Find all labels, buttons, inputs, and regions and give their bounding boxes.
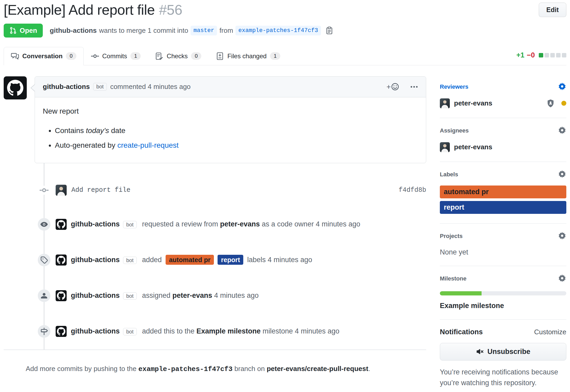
- diffstat-block: [539, 53, 543, 57]
- github-actions-avatar[interactable]: [4, 76, 27, 99]
- comment-list: Contains today’s date Auto-generated by …: [43, 125, 418, 151]
- commit-sha[interactable]: f4dfd8b: [399, 186, 426, 194]
- milestone-section: Milestone Example milestone: [440, 274, 566, 320]
- assignee-row: peter-evans: [440, 142, 566, 152]
- event-author[interactable]: github-actions: [71, 220, 120, 228]
- eye-icon: [38, 218, 50, 231]
- create-pull-request-link[interactable]: create-pull-request: [117, 141, 178, 149]
- merge-summary-text: wants to merge 1 commit into: [99, 27, 188, 35]
- notifications-note: You’re receiving notifications because y…: [440, 367, 566, 389]
- event-author[interactable]: github-actions: [71, 327, 120, 335]
- notifications-heading: Notifications Customize: [440, 328, 566, 336]
- sidebar: Reviewers peter-evans Assignees: [440, 76, 566, 392]
- timeline: Add report file f4dfd8b github-actionsbo…: [4, 163, 426, 349]
- label-pill[interactable]: automated pr: [440, 186, 566, 198]
- github-actions-avatar[interactable]: [56, 326, 67, 337]
- gear-icon[interactable]: [558, 232, 566, 240]
- event-author[interactable]: github-actions: [71, 256, 120, 264]
- pr-header: [Example] Add report file#56 Edit: [4, 1, 566, 19]
- pr-title-text: [Example] Add report file: [4, 2, 155, 18]
- reviewers-section: Reviewers peter-evans: [440, 83, 566, 118]
- file-diff-icon: [216, 52, 224, 60]
- kebab-menu-icon[interactable]: [410, 83, 418, 91]
- git-commit-icon: [37, 186, 51, 195]
- tab-checks[interactable]: Checks 0: [148, 47, 209, 65]
- additions-count: +1: [516, 51, 524, 59]
- peter-evans-avatar[interactable]: [440, 142, 450, 152]
- commit-message[interactable]: Add report file: [71, 186, 130, 194]
- footer-branch: example-patches-1f47cf3: [138, 365, 233, 373]
- customize-link[interactable]: Customize: [534, 328, 566, 336]
- tab-count: 1: [270, 52, 280, 60]
- reviewer-name[interactable]: peter-evans: [454, 99, 492, 107]
- bot-badge: bot: [123, 257, 137, 264]
- pr-number: #56: [159, 2, 182, 18]
- tab-label: Files changed: [227, 52, 266, 60]
- milestone-heading[interactable]: Milestone: [440, 274, 566, 283]
- gear-icon[interactable]: [558, 83, 566, 91]
- assignees-heading[interactable]: Assignees: [440, 126, 566, 135]
- labels-section: Labels automated pr report: [440, 170, 566, 224]
- bot-badge: bot: [123, 292, 137, 300]
- tab-count: 1: [130, 52, 141, 60]
- comment-header: github-actions bot commented 4 minutes a…: [35, 77, 426, 97]
- mute-icon: [476, 348, 484, 355]
- label-report[interactable]: report: [218, 255, 243, 265]
- gear-icon[interactable]: [558, 126, 566, 135]
- tab-conversation[interactable]: Conversation 0: [4, 47, 84, 65]
- label-pill[interactable]: report: [440, 201, 566, 214]
- tab-commits[interactable]: Commits 1: [84, 47, 148, 65]
- tab-files-changed[interactable]: Files changed 1: [209, 47, 288, 65]
- labels-heading[interactable]: Labels: [440, 170, 566, 179]
- diffstat-block: [545, 53, 549, 57]
- git-pull-request-icon: [9, 27, 17, 34]
- unsubscribe-button[interactable]: Unsubscribe: [440, 343, 566, 361]
- status-label: Open: [20, 27, 37, 35]
- base-branch-label[interactable]: master: [191, 26, 217, 35]
- milestone-link[interactable]: Example milestone: [196, 327, 261, 335]
- comment-bullet: Auto-generated by create-pull-request: [55, 140, 418, 151]
- add-reaction-button[interactable]: +: [387, 83, 399, 91]
- event-milestone-added: github-actionsbot added this to the Exam…: [4, 326, 426, 337]
- pr-author[interactable]: github-actions: [50, 27, 97, 35]
- diffstat-block: [556, 53, 561, 57]
- notifications-section: Notifications Customize Unsubscribe You’…: [440, 328, 566, 392]
- bot-badge: bot: [123, 221, 137, 228]
- bot-badge: bot: [123, 328, 137, 335]
- projects-empty-text: None yet: [440, 248, 566, 256]
- checklist-icon: [155, 52, 163, 60]
- label-automated-pr[interactable]: automated pr: [166, 255, 214, 265]
- comment-body: New report Contains today’s date Auto-ge…: [35, 97, 426, 163]
- projects-heading[interactable]: Projects: [440, 232, 566, 240]
- milestone-icon: [38, 325, 50, 338]
- tab-count: 0: [66, 52, 76, 60]
- bot-badge: bot: [93, 83, 107, 91]
- peter-evans-avatar[interactable]: [56, 185, 67, 196]
- peter-evans-avatar[interactable]: [440, 98, 450, 108]
- comment-author[interactable]: github-actions: [43, 83, 90, 91]
- edit-button[interactable]: Edit: [539, 3, 566, 17]
- conversation-main: github-actions bot commented 4 minutes a…: [4, 76, 426, 373]
- diffstat: +1 −0: [516, 51, 566, 65]
- comment: github-actions bot commented 4 minutes a…: [4, 76, 426, 163]
- github-actions-avatar[interactable]: [56, 290, 67, 301]
- page-title: [Example] Add report file#56: [4, 1, 182, 19]
- comment-meta: commented 4 minutes ago: [110, 83, 191, 91]
- reviewer-row: peter-evans: [440, 98, 566, 108]
- tag-icon: [38, 254, 50, 266]
- gear-icon[interactable]: [558, 170, 566, 179]
- reviewer-name[interactable]: peter-evans: [220, 220, 260, 228]
- copy-branch-icon[interactable]: [325, 27, 333, 34]
- reviewers-heading[interactable]: Reviewers: [440, 83, 566, 91]
- github-actions-avatar[interactable]: [56, 255, 67, 266]
- milestone-name-link[interactable]: Example milestone: [440, 302, 566, 310]
- assignee-name[interactable]: peter-evans: [454, 143, 492, 151]
- assignee-name[interactable]: peter-evans: [172, 292, 212, 299]
- milestone-progress-bar: [440, 291, 566, 295]
- gear-icon[interactable]: [558, 274, 566, 283]
- github-actions-avatar[interactable]: [56, 219, 67, 230]
- push-hint: Add more commits by pushing to the examp…: [4, 349, 426, 373]
- diffstat-block: [562, 53, 566, 57]
- head-branch-label[interactable]: example-patches-1f47cf3: [235, 26, 321, 35]
- event-author[interactable]: github-actions: [71, 292, 120, 299]
